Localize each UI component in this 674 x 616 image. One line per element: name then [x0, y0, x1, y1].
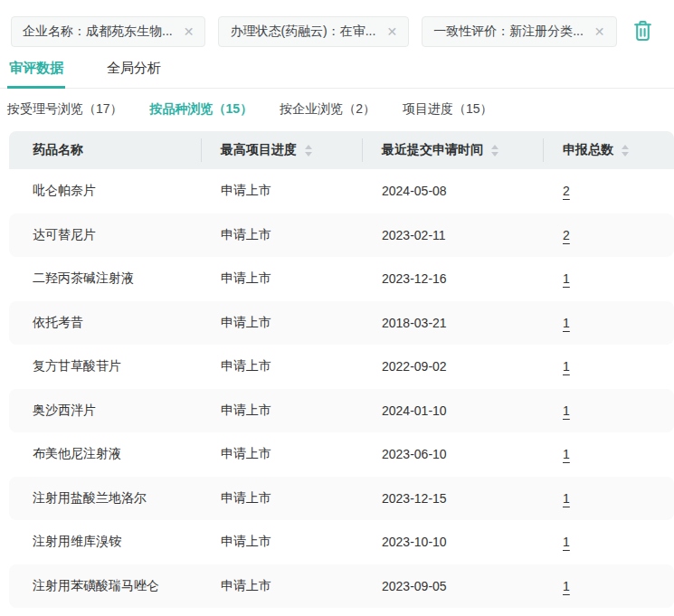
drug-table: 药品名称 最高项目进度 最近提交申请时间 申报总数 吡仑帕奈片 申请上市 202… [9, 131, 674, 608]
table-row: 复方甘草酸苷片 申请上市 2022-09-02 1 [9, 345, 674, 389]
date-cell: 2024-05-08 [362, 169, 543, 213]
date-cell: 2023-09-05 [362, 564, 543, 609]
progress-cell: 申请上市 [201, 520, 362, 564]
date-cell: 2023-02-11 [362, 213, 543, 258]
drug-name-cell: 奥沙西泮片 [9, 389, 201, 433]
progress-cell: 申请上市 [201, 301, 362, 346]
drug-name-cell: 注射用维库溴铵 [9, 520, 201, 564]
drug-name-cell: 注射用盐酸兰地洛尔 [9, 477, 201, 521]
sort-icon[interactable] [305, 145, 312, 156]
table-row: 布美他尼注射液 申请上市 2023-06-10 1 [9, 432, 674, 477]
date-cell: 2018-03-21 [362, 301, 543, 346]
table-row: 注射用苯磺酸瑞马唑仑 申请上市 2023-09-05 1 [9, 564, 674, 609]
table-row: 注射用维库溴铵 申请上市 2023-10-10 1 [9, 520, 674, 564]
count-link[interactable]: 2 [563, 228, 570, 242]
progress-cell: 申请上市 [201, 564, 362, 609]
count-link[interactable]: 1 [563, 403, 570, 418]
clear-filters-button[interactable] [633, 20, 652, 43]
drug-name-cell: 注射用苯磺酸瑞马唑仑 [9, 564, 201, 609]
filter-tag-label: 企业名称：成都苑东生物... [23, 24, 173, 40]
filter-tag-company: 企业名称：成都苑东生物... ✕ [11, 16, 205, 47]
subtab-project-progress[interactable]: 项目进度（15） [403, 101, 493, 118]
header-application-count[interactable]: 申报总数 [543, 131, 674, 169]
close-icon[interactable]: ✕ [184, 25, 195, 38]
header-drug-name: 药品名称 [9, 131, 201, 169]
drug-name-cell: 二羟丙茶碱注射液 [9, 257, 201, 301]
table-row: 达可替尼片 申请上市 2023-02-11 2 [9, 213, 674, 258]
count-link[interactable]: 1 [563, 579, 570, 593]
drug-name-cell: 布美他尼注射液 [9, 432, 201, 477]
count-link[interactable]: 1 [563, 447, 570, 461]
progress-cell: 申请上市 [201, 213, 362, 258]
progress-cell: 申请上市 [201, 345, 362, 389]
table-row: 依托考昔 申请上市 2018-03-21 1 [9, 301, 674, 346]
drug-name-cell: 达可替尼片 [9, 213, 201, 258]
count-link[interactable]: 1 [563, 271, 570, 286]
filter-tag-label: 办理状态(药融云)：在审... [230, 24, 375, 40]
count-link[interactable]: 1 [563, 316, 570, 330]
drug-name-cell: 复方甘草酸苷片 [9, 345, 201, 389]
tab-review-data[interactable]: 审评数据 [7, 49, 65, 89]
table-row: 二羟丙茶碱注射液 申请上市 2023-12-16 1 [9, 257, 674, 301]
subtab-by-variety[interactable]: 按品种浏览（15） [150, 101, 253, 118]
filter-bar: 企业名称：成都苑东生物... ✕ 办理状态(药融云)：在审... ✕ 一致性评价… [0, 0, 674, 47]
count-link[interactable]: 2 [563, 184, 570, 198]
main-tabs: 审评数据 全局分析 [0, 49, 674, 89]
filter-tag-label: 一致性评价：新注册分类... [433, 24, 584, 40]
header-highest-progress[interactable]: 最高项目进度 [201, 131, 362, 169]
table-row: 吡仑帕奈片 申请上市 2024-05-08 2 [9, 169, 674, 213]
table-row: 注射用盐酸兰地洛尔 申请上市 2023-12-15 1 [9, 477, 674, 521]
date-cell: 2023-12-16 [362, 257, 543, 301]
trash-icon [633, 20, 652, 43]
filter-tag-consistency: 一致性评价：新注册分类... ✕ [422, 16, 616, 47]
drug-name-cell: 依托考昔 [9, 301, 201, 346]
sort-icon[interactable] [491, 145, 498, 156]
drug-name-cell: 吡仑帕奈片 [9, 169, 201, 213]
date-cell: 2022-09-02 [362, 345, 543, 389]
progress-cell: 申请上市 [201, 169, 362, 213]
subtab-by-company[interactable]: 按企业浏览（2） [280, 101, 375, 118]
date-cell: 2024-01-10 [362, 389, 543, 433]
count-link[interactable]: 1 [563, 535, 570, 549]
table-row: 奥沙西泮片 申请上市 2024-01-10 1 [9, 389, 674, 433]
table-header: 药品名称 最高项目进度 最近提交申请时间 申报总数 [9, 131, 674, 169]
date-cell: 2023-12-15 [362, 477, 543, 521]
date-cell: 2023-10-10 [362, 520, 543, 564]
close-icon[interactable]: ✕ [386, 25, 397, 38]
progress-cell: 申请上市 [201, 432, 362, 477]
sort-icon[interactable] [622, 145, 629, 156]
count-link[interactable]: 1 [563, 491, 570, 506]
progress-cell: 申请上市 [201, 389, 362, 433]
subtab-by-acceptance-number[interactable]: 按受理号浏览（17） [7, 101, 123, 118]
filter-tag-status: 办理状态(药融云)：在审... ✕ [218, 16, 409, 47]
count-link[interactable]: 1 [563, 359, 570, 374]
table-body: 吡仑帕奈片 申请上市 2024-05-08 2 达可替尼片 申请上市 2023-… [9, 169, 674, 608]
header-latest-submit-date[interactable]: 最近提交申请时间 [362, 131, 543, 169]
close-icon[interactable]: ✕ [594, 25, 605, 38]
progress-cell: 申请上市 [201, 257, 362, 301]
progress-cell: 申请上市 [201, 477, 362, 521]
date-cell: 2023-06-10 [362, 432, 543, 477]
tab-global-analysis[interactable]: 全局分析 [105, 49, 163, 89]
review-data-page: 企业名称：成都苑东生物... ✕ 办理状态(药融云)：在审... ✕ 一致性评价… [0, 0, 674, 608]
sub-tabs: 按受理号浏览（17） 按品种浏览（15） 按企业浏览（2） 项目进度（15） [0, 89, 674, 131]
